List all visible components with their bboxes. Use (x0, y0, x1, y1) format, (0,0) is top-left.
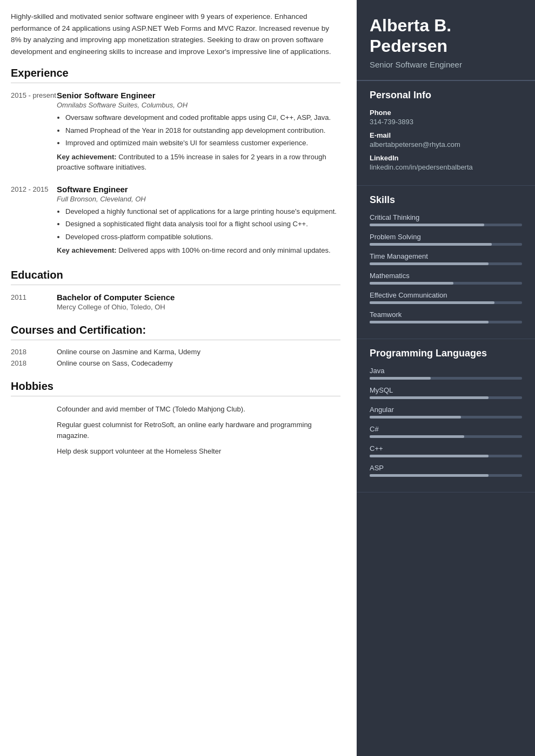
exp1-bullet-1: Oversaw software development and coded p… (65, 112, 340, 123)
linkedin-label: LinkedIn (370, 154, 522, 162)
edu1-degree: Bachelor of Computer Science (57, 293, 340, 302)
skill-bar-bg (370, 474, 522, 477)
exp2-bullet-3: Developed cross-platform compatible solu… (65, 232, 340, 242)
skill-name-label: Angular (370, 406, 522, 414)
course1-year: 2018 (11, 348, 57, 356)
email-label: E-mail (370, 131, 522, 139)
course1-text: Online course on Jasmine and Karma, Udem… (57, 348, 200, 356)
skills-container: Critical ThinkingProblem SolvingTime Man… (370, 213, 522, 323)
experience-item-2: 2012 - 2015 Software Engineer Full Brons… (11, 185, 340, 256)
skill-item: Effective Communication (370, 291, 522, 304)
skill-name-label: ASP (370, 464, 522, 472)
skill-name-label: C++ (370, 444, 522, 453)
hobby3-text: Help desk support volunteer at the Homel… (57, 446, 221, 457)
skill-bar-fill (370, 416, 461, 418)
skills-section: Skills Critical ThinkingProblem SolvingT… (357, 186, 535, 339)
skill-name-label: Effective Communication (370, 291, 522, 299)
hobbies-section: Hobbies Cofounder and avid member of TMC… (11, 380, 340, 457)
exp2-dates: 2012 - 2015 (11, 185, 57, 256)
skill-name-label: Teamwork (370, 310, 522, 319)
skill-bar-fill (370, 243, 492, 246)
experience-title: Experience (11, 67, 340, 83)
skill-item: C# (370, 425, 522, 438)
skill-item: Teamwork (370, 310, 522, 323)
languages-container: JavaMySQLAngularC#C++ASP (370, 367, 522, 477)
languages-title: Programming Languages (370, 348, 522, 359)
hobby2-text: Regular guest columnist for RetroSoft, a… (57, 420, 340, 441)
skill-name-label: Problem Solving (370, 233, 522, 241)
hobby2-spacer (11, 420, 57, 441)
skill-item: Mathematics (370, 272, 522, 285)
exp2-title: Software Engineer (57, 185, 340, 194)
right-panel: Alberta B. Pedersen Senior Software Engi… (357, 0, 535, 756)
skill-bar-fill (370, 321, 489, 323)
phone-value: 314-739-3893 (370, 118, 522, 126)
skill-name-label: MySQL (370, 386, 522, 394)
education-title: Education (11, 269, 340, 285)
exp2-achievement-text: Delivered apps with 100% on-time record … (118, 246, 330, 254)
skill-name-label: Mathematics (370, 272, 522, 280)
skill-bar-fill (370, 455, 489, 457)
exp2-achievement-label: Key achievement: (57, 246, 117, 254)
hobby1-spacer (11, 404, 57, 415)
personal-info-title: Personal Info (370, 90, 522, 101)
skill-item: ASP (370, 464, 522, 477)
candidate-job-title: Senior Software Engineer (370, 60, 522, 69)
skill-bar-fill (370, 474, 489, 477)
courses-title: Courses and Certification: (11, 324, 340, 340)
skill-bar-bg (370, 321, 522, 323)
skill-bar-bg (370, 224, 522, 226)
skill-item: MySQL (370, 386, 522, 399)
skill-bar-fill (370, 224, 484, 226)
left-panel: Highly-skilled and motivated senior soft… (0, 0, 357, 756)
exp2-detail: Software Engineer Full Bronson, Clevelan… (57, 185, 340, 256)
exp1-achievement-label: Key achievement: (57, 153, 117, 161)
skill-bar-bg (370, 435, 522, 438)
languages-section: Programming Languages JavaMySQLAngularC#… (357, 339, 535, 492)
experience-item-1: 2015 - present Senior Software Engineer … (11, 91, 340, 173)
exp2-bullets: Developed a highly functional set of app… (65, 206, 340, 242)
edu1-school: Mercy College of Ohio, Toledo, OH (57, 303, 340, 311)
skill-bar-bg (370, 416, 522, 418)
exp2-achievement: Key achievement: Delivered apps with 100… (57, 245, 340, 256)
course-item-2: 2018 Online course on Sass, Codecademy (11, 359, 340, 367)
hobby-item-2: Regular guest columnist for RetroSoft, a… (11, 420, 340, 441)
skill-name-label: Time Management (370, 252, 522, 260)
exp1-detail: Senior Software Engineer Omnilabs Softwa… (57, 91, 340, 173)
candidate-header: Alberta B. Pedersen Senior Software Engi… (357, 0, 535, 81)
skill-bar-fill (370, 282, 453, 285)
exp1-company: Omnilabs Software Suites, Columbus, OH (57, 101, 340, 109)
phone-label: Phone (370, 109, 522, 117)
email-value: albertabpetersen@rhyta.com (370, 140, 522, 148)
personal-info-section: Personal Info Phone 314-739-3893 E-mail … (357, 81, 535, 186)
exp1-achievement: Key achievement: Contributed to a 15% in… (57, 152, 340, 173)
skill-bar-bg (370, 262, 522, 265)
education-section: Education 2011 Bachelor of Computer Scie… (11, 269, 340, 311)
skill-bar-bg (370, 243, 522, 246)
linkedin-value: linkedin.com/in/pedersenbalberta (370, 163, 522, 171)
exp1-bullet-2: Named Prophead of the Year in 2018 for o… (65, 125, 340, 136)
experience-section: Experience 2015 - present Senior Softwar… (11, 67, 340, 256)
skill-name-label: C# (370, 425, 522, 433)
skill-bar-bg (370, 396, 522, 399)
hobby-item-1: Cofounder and avid member of TMC (Toledo… (11, 404, 340, 415)
courses-section: Courses and Certification: 2018 Online c… (11, 324, 340, 367)
skill-name-label: Java (370, 367, 522, 375)
exp1-bullet-3: Improved and optimized main website's UI… (65, 138, 340, 148)
skill-item: Time Management (370, 252, 522, 265)
skill-bar-fill (370, 301, 494, 304)
summary-text: Highly-skilled and motivated senior soft… (11, 11, 340, 57)
hobbies-title: Hobbies (11, 380, 340, 396)
skill-item: Problem Solving (370, 233, 522, 246)
candidate-name: Alberta B. Pedersen (370, 15, 522, 57)
edu1-year: 2011 (11, 293, 57, 311)
edu-item-1: 2011 Bachelor of Computer Science Mercy … (11, 293, 340, 311)
exp2-bullet-2: Designed a sophisticated flight data ana… (65, 219, 340, 230)
skill-item: Critical Thinking (370, 213, 522, 226)
skill-bar-fill (370, 435, 464, 438)
skill-bar-bg (370, 282, 522, 285)
skill-bar-fill (370, 262, 489, 265)
skills-title: Skills (370, 194, 522, 206)
skill-bar-fill (370, 377, 431, 380)
skill-item: Java (370, 367, 522, 380)
